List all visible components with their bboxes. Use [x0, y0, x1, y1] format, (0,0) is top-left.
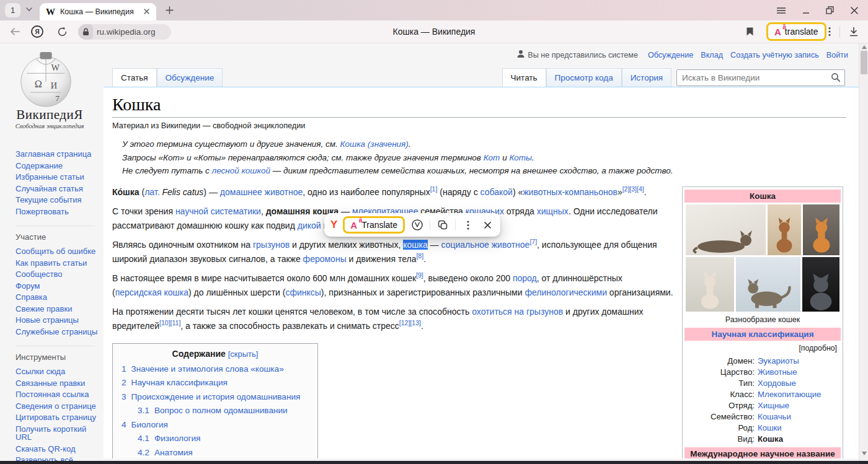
taxon-link[interactable]: Млекопитающие — [758, 390, 841, 399]
wikipedia-globe-logo[interactable]: Ω W И 7 — [16, 51, 76, 110]
sidebar-link[interactable]: Скачать QR-код — [16, 445, 102, 453]
ref-link[interactable]: [7] — [529, 238, 537, 245]
sidebar-link[interactable]: Содержание — [16, 162, 102, 170]
taxon-link[interactable]: Хордовые — [758, 379, 841, 388]
inline-link[interactable]: Коты — [509, 153, 532, 162]
sidebar-link[interactable]: Заглавная страница — [16, 150, 102, 159]
menu-hamburger-icon[interactable] — [770, 0, 792, 20]
ref-link[interactable]: [1] — [430, 185, 438, 193]
ref-link[interactable]: [9] — [416, 271, 423, 279]
inline-link[interactable]: феромоны — [303, 254, 347, 264]
bookmark-icon[interactable] — [742, 20, 758, 43]
download-icon[interactable] — [844, 20, 863, 43]
tab-article[interactable]: Статья — [112, 68, 157, 87]
inline-link[interactable]: пород — [513, 273, 537, 283]
taxon-link[interactable]: Кошки — [758, 423, 841, 432]
cat-photo-tabby-snow[interactable] — [736, 257, 800, 312]
personal-link[interactable]: Вклад — [701, 51, 723, 59]
scrollbar-thumb[interactable] — [861, 51, 867, 74]
tab-close-icon[interactable] — [143, 6, 150, 17]
inline-link[interactable]: Кошка (значения) — [340, 139, 409, 149]
more-options-icon[interactable] — [822, 20, 837, 43]
popup-close-icon[interactable] — [480, 218, 494, 232]
toc-item[interactable]: 4Биология — [113, 418, 317, 432]
browser-tab[interactable]: W Кошка — Википедия — [40, 3, 156, 20]
sidebar-link[interactable]: Текущие события — [16, 196, 102, 204]
sidebar-link[interactable]: Сообщество — [16, 270, 102, 279]
inline-link[interactable]: персидская кошка — [115, 287, 188, 297]
inline-link[interactable]: животных-компаньонов — [523, 187, 618, 197]
toc-item[interactable]: 2Научная классификация — [113, 376, 317, 390]
page-scrollbar[interactable] — [859, 43, 868, 461]
inline-link[interactable]: социальное животное — [441, 240, 530, 250]
sidebar-link[interactable]: Служебные страницы — [16, 328, 102, 336]
cat-photo-gray[interactable] — [802, 257, 839, 312]
copy-icon[interactable] — [436, 218, 450, 232]
inline-link[interactable]: фелинологическими — [525, 287, 607, 297]
sidebar-link[interactable]: Свежие правки — [16, 305, 102, 313]
sidebar-link[interactable]: Сведения о странице — [16, 402, 102, 411]
cat-photo-orange-white[interactable] — [803, 204, 839, 255]
toc-item[interactable]: 4.2Анатомия — [113, 446, 317, 459]
back-icon[interactable] — [6, 20, 24, 43]
tab-history[interactable]: История — [622, 68, 671, 87]
inline-link[interactable]: Кот — [484, 153, 500, 162]
toc-item[interactable]: 3Происхождение и история одомашнивания — [113, 390, 317, 405]
popup-more-icon[interactable] — [461, 218, 475, 232]
search-icon[interactable] — [831, 72, 841, 85]
new-tab-button[interactable] — [161, 2, 177, 18]
sidebar-link[interactable]: Получить короткий URL — [16, 425, 102, 442]
sidebar-link[interactable]: Сообщить об ошибке — [16, 247, 102, 256]
inline-link[interactable]: кошка — [403, 240, 428, 250]
inline-link[interactable]: научной систематики — [175, 206, 261, 216]
toc-item[interactable]: 1Значение и этимология слова «кошка» — [113, 362, 317, 377]
ref-link[interactable]: [2][3][4] — [622, 185, 644, 193]
yandex-browser-icon[interactable]: Я — [29, 20, 46, 43]
tab-read[interactable]: Читать — [502, 68, 546, 87]
ref-link[interactable]: [10][11] — [159, 319, 180, 326]
sidebar-link[interactable]: Пожертвовать — [16, 208, 102, 216]
inline-link[interactable]: грызунов — [253, 240, 290, 250]
wiki-search-input[interactable] — [676, 69, 845, 86]
inline-link[interactable]: лат. — [144, 187, 159, 197]
chevron-down-icon[interactable] — [25, 5, 33, 16]
taxon-link[interactable]: Животные — [758, 367, 841, 377]
tab-discussion[interactable]: Обсуждение — [157, 68, 223, 87]
inline-link[interactable]: сфинксы — [285, 287, 321, 297]
ref-link[interactable]: [12][13] — [399, 319, 421, 326]
reload-icon[interactable] — [53, 20, 71, 43]
address-bar[interactable]: ru.wikipedia.org — [78, 24, 171, 40]
sidebar-link[interactable]: Постоянная ссылка — [16, 390, 102, 399]
sidebar-link[interactable]: Избранные статьи — [16, 173, 102, 182]
taxobox-details-link[interactable]: [подробно] — [684, 343, 841, 355]
window-minimize-icon[interactable] — [795, 0, 817, 20]
scroll-up-icon[interactable] — [859, 43, 868, 51]
toc-item[interactable]: 4.1Физиология — [113, 432, 317, 446]
sidebar-link[interactable]: Справка — [16, 293, 102, 302]
taxon-link[interactable]: Эукариоты — [758, 356, 841, 366]
cat-photo-siamese[interactable] — [686, 257, 734, 312]
sidebar-link[interactable]: Новые страницы — [16, 316, 102, 325]
scroll-down-icon[interactable] — [859, 450, 868, 457]
taxon-link[interactable]: Хищные — [758, 401, 841, 410]
inline-link[interactable]: домашнее животное — [220, 187, 303, 197]
toc-hide-link[interactable]: [скрыть] — [228, 349, 259, 359]
sidebar-link[interactable]: Связанные правки — [16, 379, 102, 388]
personal-link[interactable]: Обсуждение — [648, 51, 693, 59]
popup-translate-button[interactable]: Aã Translate — [343, 216, 405, 234]
window-restore-icon[interactable] — [818, 0, 841, 20]
inline-link[interactable]: охотиться на грызунов — [472, 307, 563, 317]
inline-link[interactable]: хищных — [537, 206, 569, 216]
inline-link[interactable]: собакой — [480, 187, 513, 197]
voice-read-icon[interactable] — [410, 218, 424, 232]
translate-toolbar-button[interactable]: Aã translate — [766, 22, 826, 41]
tab-counter-button[interactable]: 1 — [5, 3, 20, 17]
sidebar-link[interactable]: Случайная статья — [16, 185, 102, 193]
personal-link[interactable]: Войти — [826, 51, 848, 59]
inline-link[interactable]: лесной кошкой — [212, 166, 270, 175]
taxobox-classification-header[interactable]: Научная классификация — [684, 328, 841, 341]
ref-link[interactable]: [8] — [416, 252, 423, 260]
lock-icon[interactable] — [78, 24, 93, 40]
sidebar-link[interactable]: Форум — [16, 282, 102, 291]
tab-view-source[interactable]: Просмотр кода — [546, 68, 622, 87]
